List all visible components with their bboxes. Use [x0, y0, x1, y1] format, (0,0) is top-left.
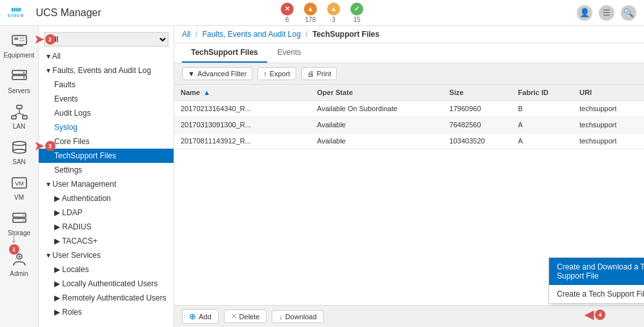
context-menu: Create and Download a Tech Support File …	[548, 257, 644, 304]
nav-faults[interactable]: Faults	[39, 78, 174, 92]
svg-line-14	[19, 113, 25, 116]
delete-icon: ✕	[231, 312, 237, 321]
cell-oper-state: Available	[310, 133, 443, 149]
status-minor[interactable]: ▲ 3	[327, 3, 340, 23]
nav-techsupport-files[interactable]: TechSupport Files	[39, 149, 174, 163]
table-row[interactable]: 20170811143912_R... Available 103403520 …	[174, 133, 644, 149]
cell-empty	[292, 101, 310, 117]
status-icons: ✕ 6 ▲ 178 ▲ 3 ✓ 15	[281, 3, 363, 23]
add-btn[interactable]: ⊕ Add	[182, 309, 219, 324]
context-menu-item-create[interactable]: Create a Tech Support File	[549, 285, 644, 303]
nav-events-label: Events	[54, 94, 78, 103]
table-row[interactable]: 20170213164340_R... Available On Subordi…	[174, 101, 644, 117]
breadcrumb-faults[interactable]: Faults, Events and Audit Log	[202, 30, 301, 39]
nav-settings-label: Settings	[54, 165, 82, 174]
delete-btn[interactable]: ✕ Delete	[224, 310, 267, 323]
minor-icon: ▲	[327, 3, 340, 16]
advanced-filter-btn[interactable]: ▼ Advanced Filter	[182, 67, 252, 80]
nav-tacacs[interactable]: ▶ TACACS+	[39, 234, 174, 248]
svg-rect-0	[12, 36, 26, 45]
nav-events[interactable]: Events	[39, 92, 174, 106]
nav-local-auth-users[interactable]: ▶ Locally Authenticated Users	[39, 277, 174, 291]
print-icon: 🖨	[307, 70, 314, 78]
nav-locales-label: ▶ Locales	[54, 265, 89, 274]
cell-name: 20170811143912_R...	[174, 133, 292, 149]
lan-icon	[10, 103, 28, 121]
sidebar-item-servers[interactable]: Servers	[1, 64, 37, 98]
tab-techsupport[interactable]: TechSupport Files	[182, 43, 267, 63]
topbar: cisco UCS Manager ✕ 6 ▲ 178 ▲ 3 ✓ 15 👤 ☰…	[0, 0, 644, 26]
download-btn[interactable]: ↓ Download	[272, 310, 323, 323]
nav-all[interactable]: ▾ All	[39, 49, 174, 63]
search-icon[interactable]: 🔍	[621, 5, 636, 21]
add-label: Add	[199, 313, 212, 321]
sidebar-item-storage[interactable]: Storage	[1, 206, 37, 240]
cell-size: 103403520	[443, 133, 512, 149]
nav-auth-label: ▶ Authentication	[54, 194, 111, 203]
nav-radius-label: ▶ RADIUS	[54, 222, 92, 231]
sidebar-item-equipment[interactable]: Equipment ➤ 2	[1, 28, 37, 63]
san-label: SAN	[12, 158, 26, 165]
equipment-label: Equipment	[4, 52, 35, 59]
cell-uri: techsupport	[573, 133, 644, 149]
storage-label: Storage	[8, 229, 30, 237]
nav-auth[interactable]: ▶ Authentication	[39, 191, 174, 206]
nav-audit-logs[interactable]: Audit Logs	[39, 106, 174, 120]
breadcrumb: All / Faults, Events and Audit Log / Tec…	[174, 26, 644, 43]
vm-label: VM	[14, 194, 24, 201]
print-btn[interactable]: 🖨 Print	[301, 67, 337, 80]
cell-uri: techsupport	[573, 101, 644, 117]
status-critical[interactable]: ✕ 6	[281, 3, 294, 23]
cisco-lines	[12, 8, 21, 12]
status-info[interactable]: ✓ 15	[350, 3, 363, 23]
nav-all-label: ▾ All	[46, 52, 61, 61]
sidebar-item-admin[interactable]: ↓ 1 Admin	[1, 247, 37, 281]
sidebar-item-vm[interactable]: VM VM	[1, 171, 37, 205]
nav-roles[interactable]: ▶ Roles	[39, 305, 174, 319]
table-row[interactable]: 20170313091300_R... Available 76482560 A…	[174, 117, 644, 133]
nav-ldap[interactable]: ▶ LDAP	[39, 206, 174, 220]
nav-user-mgmt[interactable]: ▾ User Management	[39, 177, 174, 191]
critical-icon: ✕	[281, 3, 294, 16]
nav-locales[interactable]: ▶ Locales	[39, 262, 174, 277]
export-btn[interactable]: ↑ Export	[257, 67, 296, 80]
nav-user-services[interactable]: ▾ User Services	[39, 248, 174, 262]
sidebar-item-lan[interactable]: LAN	[1, 100, 37, 134]
nav-radius[interactable]: ▶ RADIUS	[39, 220, 174, 234]
cell-size: 17960960	[443, 101, 512, 117]
svg-rect-10	[12, 116, 16, 119]
filter-icon: ▼	[188, 70, 195, 78]
lan-label: LAN	[13, 123, 25, 130]
nav-settings[interactable]: Settings	[39, 163, 174, 177]
svg-point-18	[13, 149, 26, 153]
sidebar-item-san[interactable]: SAN ➤ 3	[1, 135, 37, 169]
col-fabric-id: Fabric ID	[512, 85, 573, 101]
nav-syslog[interactable]: Syslog	[39, 120, 174, 134]
major-icon: ▲	[304, 3, 317, 16]
breadcrumb-all[interactable]: All	[182, 30, 190, 39]
tab-events[interactable]: Events	[268, 43, 310, 63]
nav-dropdown-select[interactable]: All	[44, 32, 168, 47]
servers-icon	[10, 68, 28, 86]
menu-icon[interactable]: ☰	[599, 5, 614, 21]
vm-icon: VM	[10, 174, 28, 193]
col-empty	[292, 85, 310, 101]
status-major[interactable]: ▲ 178	[304, 3, 317, 23]
breadcrumb-current: TechSupport Files	[312, 30, 379, 39]
context-menu-item-create-download[interactable]: Create and Download a Tech Support File	[549, 258, 644, 285]
table-header-row: Name ▲ Oper State Size Fabric ID URI	[174, 85, 644, 101]
nav-remote-users-label: ▶ Remotely Authenticated Users	[54, 293, 166, 302]
nav-core-files[interactable]: Core Files	[39, 134, 174, 149]
download-icon: ↓	[279, 313, 283, 321]
user-icon[interactable]: 👤	[577, 5, 592, 21]
cell-oper-state: Available On Subordinate	[310, 101, 443, 117]
nav-remote-auth-users[interactable]: ▶ Remotely Authenticated Users	[39, 291, 174, 305]
nav-roles-label: ▶ Roles	[54, 308, 82, 317]
svg-point-26	[18, 255, 21, 258]
cell-empty	[292, 133, 310, 149]
filter-label: Advanced Filter	[197, 70, 247, 78]
nav-faults-events[interactable]: ▾ Faults, Events and Audit Log	[39, 63, 174, 78]
svg-rect-1	[14, 37, 18, 40]
nav-dropdown[interactable]: All	[39, 30, 174, 49]
san-icon	[10, 139, 28, 157]
